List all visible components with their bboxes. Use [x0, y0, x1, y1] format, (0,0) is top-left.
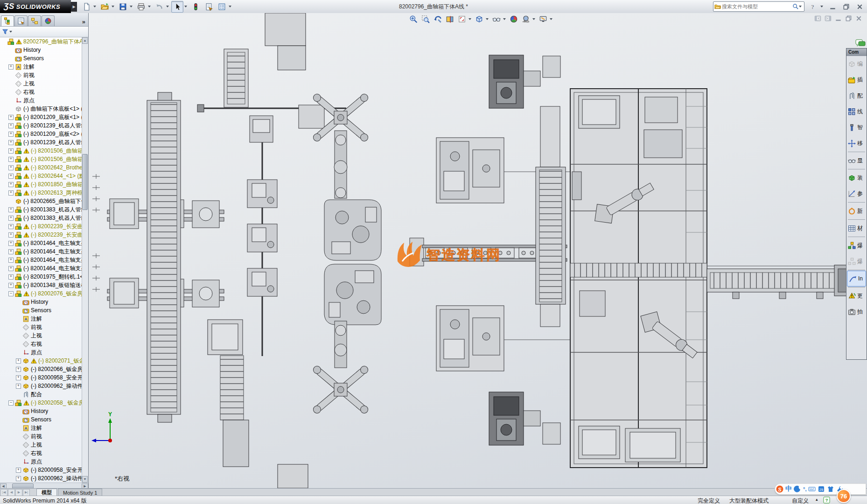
ime-lang-toggle[interactable]: 中 — [785, 485, 792, 493]
tree-item[interactable]: +(-) 82002071_钣金 — [0, 357, 88, 365]
tab-scroll-prev-button[interactable]: ◀ — [8, 489, 15, 496]
tree-expander[interactable]: + — [8, 190, 14, 196]
smart-fasteners-button[interactable]: 智 — [846, 119, 867, 135]
properties-button[interactable] — [203, 1, 215, 13]
save-button[interactable] — [117, 1, 129, 13]
options-list-button[interactable] — [216, 1, 228, 13]
tree-item[interactable]: 上视 — [0, 79, 88, 88]
tree-item[interactable]: +(-) 82002642_Brother — [0, 163, 88, 172]
apply-scene-dropdown-icon[interactable] — [532, 18, 535, 20]
tree-expander[interactable]: + — [8, 232, 14, 238]
search-dropdown-icon[interactable] — [799, 6, 802, 7]
tree-item[interactable]: (-) 82002665_曲轴箱下体 — [0, 197, 88, 205]
help-dropdown-icon[interactable] — [820, 6, 823, 7]
options-dropdown-icon[interactable] — [229, 6, 231, 7]
graphics-viewport[interactable]: 智造资料网 Y Z *右视 — [89, 13, 867, 488]
tree-expander[interactable]: + — [8, 241, 14, 246]
search-icon[interactable] — [792, 3, 799, 10]
hide-show-items-button[interactable] — [491, 14, 502, 24]
restore-button[interactable] — [840, 2, 852, 11]
tree-item[interactable]: +(-) 82001464_电主轴支架 — [0, 256, 88, 264]
ime-punct-toggle[interactable]: °, — [803, 486, 806, 492]
print-dropdown-icon[interactable] — [148, 6, 151, 7]
section-view-button[interactable] — [444, 14, 455, 24]
ime-skin-icon[interactable] — [827, 485, 834, 493]
tab-scroll-next-button[interactable]: ▶ — [15, 489, 22, 496]
tree-item[interactable]: History — [0, 407, 88, 415]
tree-expander[interactable]: + — [8, 216, 14, 221]
tree-item[interactable]: +(-) 82002239_长安曲轴 — [0, 231, 88, 239]
view-orientation-button[interactable] — [456, 14, 468, 24]
edit-appearance-button[interactable] — [508, 14, 519, 24]
tree-expander[interactable]: − — [8, 291, 14, 296]
tree-item[interactable]: +A注解 — [0, 63, 88, 71]
hide-show-dropdown-icon[interactable] — [503, 18, 506, 20]
select-dropdown-icon[interactable] — [184, 6, 187, 7]
doc-close-icon[interactable] — [855, 15, 862, 22]
tree-item[interactable]: 原点 — [0, 96, 88, 105]
tree-expander[interactable]: + — [8, 266, 14, 271]
tree-expander[interactable]: + — [8, 174, 14, 179]
new-button[interactable] — [80, 1, 92, 13]
custom-status-dropdown-icon[interactable]: ▴ — [816, 497, 818, 502]
tree-item[interactable]: +(-) 82001209_底板<1> (默 — [0, 113, 88, 121]
tree-expander[interactable]: + — [16, 384, 21, 389]
tree-item[interactable]: +(-) 82001383_机器人管线 — [0, 214, 88, 222]
command-panel-title[interactable]: Com — [846, 49, 867, 56]
tree-item[interactable]: +(-) 82002644_<1> (默 — [0, 172, 88, 180]
tabs-overflow-chevron[interactable]: » — [82, 18, 87, 26]
tree-expander[interactable]: + — [8, 249, 14, 254]
tree-item[interactable]: Sensors — [0, 306, 88, 315]
menu-flyout-arrow-icon[interactable]: ▶ — [71, 2, 77, 12]
tab-configurationmanager[interactable] — [28, 15, 41, 26]
reference-geometry-button[interactable]: 参 — [846, 186, 867, 202]
tree-item[interactable]: +(-) 82001383_机器人管线 — [0, 205, 88, 214]
tree-item[interactable]: 上视 — [0, 441, 88, 449]
tree-item[interactable]: (-) 曲轴箱下体底板<1> (默 — [0, 105, 88, 113]
tree-item[interactable]: 上视 — [0, 331, 88, 340]
new-motion-study-button[interactable]: 新 — [846, 203, 867, 219]
help-button[interactable]: ? — [807, 2, 818, 11]
tree-expander[interactable]: + — [16, 375, 21, 380]
save-dropdown-icon[interactable] — [130, 6, 133, 7]
linear-pattern-button[interactable]: 线 — [846, 104, 867, 119]
tree-expander[interactable]: + — [8, 64, 14, 70]
tree-item[interactable]: Sensors — [0, 415, 88, 424]
tab-scroll-first-button[interactable]: |◀ — [0, 489, 7, 496]
tree-item[interactable]: +(-) 82001975_翻转机.1<1 — [0, 273, 88, 281]
tree-vertical-scrollbar[interactable]: ▲ ▼ — [82, 37, 88, 483]
move-component-button[interactable]: 移 — [846, 135, 867, 151]
view-settings-dropdown-icon[interactable] — [550, 18, 552, 20]
scroll-thumb[interactable] — [82, 154, 88, 210]
search-input[interactable] — [721, 3, 792, 10]
tree-item[interactable]: 右视 — [0, 88, 88, 96]
tree-item[interactable]: +(-) 82001506_曲轴箱双 — [0, 147, 88, 155]
open-button[interactable] — [98, 1, 111, 13]
scroll-up-icon[interactable]: ▲ — [82, 37, 88, 44]
tree-expander[interactable]: + — [8, 165, 14, 170]
custom-status-text[interactable]: 自定义 — [792, 497, 809, 504]
ime-box-icon[interactable]: 25 — [818, 485, 825, 493]
tree-item[interactable]: 原点 — [0, 348, 88, 357]
tree-item[interactable]: +(-) 82001464_电主轴支架 — [0, 239, 88, 247]
print-button[interactable] — [135, 1, 147, 13]
doc-restore-icon[interactable] — [845, 15, 852, 22]
tree-expander[interactable]: + — [16, 468, 21, 473]
tree-item[interactable]: History — [0, 298, 88, 306]
comments-icon[interactable] — [855, 39, 866, 49]
zoom-area-button[interactable] — [420, 14, 431, 24]
tree-item[interactable]: A注解 — [0, 424, 88, 432]
tree-item[interactable]: +(-) 82001464_电主轴支架 — [0, 247, 88, 256]
instant3d-button[interactable]: In — [847, 271, 866, 287]
tree-item[interactable]: +(-) 82000962_操动件< — [0, 382, 88, 390]
apply-scene-button[interactable] — [520, 14, 531, 24]
tree-expander[interactable]: + — [8, 283, 14, 288]
search-box[interactable] — [713, 1, 804, 12]
tree-expander[interactable]: + — [8, 148, 14, 154]
tree-expander[interactable]: + — [8, 207, 14, 212]
tree-item[interactable]: +(-) 82001348_板链输送机 — [0, 281, 88, 289]
sogou-logo-icon[interactable]: S — [776, 485, 783, 493]
new-dropdown-icon[interactable] — [93, 6, 96, 7]
tree-item[interactable]: Sensors — [0, 54, 88, 63]
tree-expander[interactable]: + — [8, 140, 14, 145]
